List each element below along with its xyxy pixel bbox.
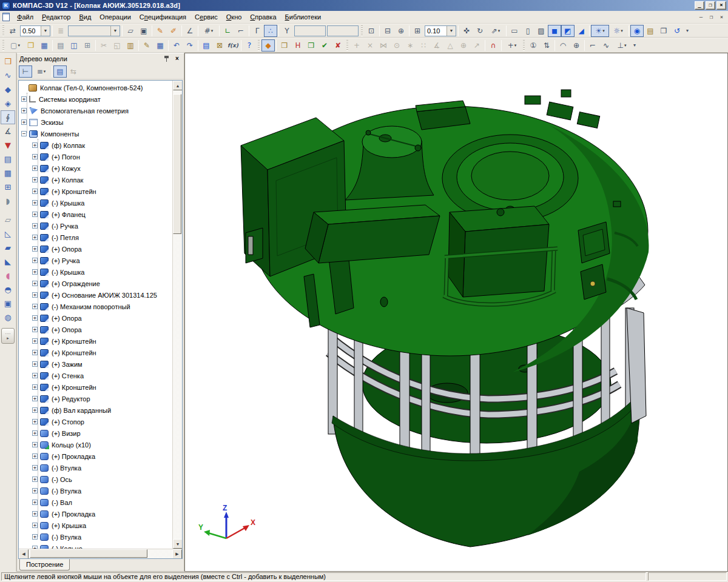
expand-toggle[interactable]: + xyxy=(32,154,38,159)
tree-composition-view-button[interactable]: ≡▾ xyxy=(32,65,50,78)
3d-model[interactable] xyxy=(241,90,649,547)
coords-xy-button[interactable]: Y xyxy=(280,25,294,37)
layer-value-dropdown-icon[interactable]: ▼ xyxy=(110,26,120,36)
tree-item[interactable]: +Эскизы xyxy=(19,116,172,128)
tree-item[interactable]: +(-) Втулка xyxy=(19,485,172,497)
scroll-down-icon[interactable]: ▼ xyxy=(173,539,182,549)
expand-toggle[interactable]: + xyxy=(32,453,38,459)
new-document-button[interactable]: ▢▾ xyxy=(6,39,24,52)
expand-toggle[interactable]: + xyxy=(32,166,38,171)
scroll-left-icon[interactable]: ◀ xyxy=(19,549,29,559)
compact-panel-handle[interactable]: ···· ▸ xyxy=(1,328,15,344)
tree-item[interactable]: +(+) Ограждение xyxy=(19,278,172,289)
expand-toggle[interactable]: + xyxy=(32,327,38,332)
tree-item[interactable]: +(+) Стенка xyxy=(19,370,172,381)
expand-toggle[interactable]: + xyxy=(32,177,38,182)
magnet-snap-button[interactable]: ∩ xyxy=(487,39,500,52)
probe-point-button[interactable]: ✐ xyxy=(167,25,180,37)
datum-symbol-button[interactable]: ⊥▾ xyxy=(613,39,631,52)
cone-operation-button[interactable]: ◣ xyxy=(1,255,15,269)
expand-toggle[interactable]: + xyxy=(32,269,38,275)
snap-angle-button[interactable]: ∡ xyxy=(430,39,443,52)
menu-item-2[interactable]: Редактор xyxy=(38,12,75,22)
display-hidden-removed-button[interactable]: ▯ xyxy=(521,25,534,37)
display-perspective-button[interactable]: ◢ xyxy=(575,25,588,37)
viewport-canvas[interactable]: Z X Y xyxy=(185,53,726,571)
grid-dropdown-icon[interactable]: ▾ xyxy=(211,28,214,33)
toolbar-handle[interactable] xyxy=(346,40,348,51)
arrays-button[interactable]: ◈ xyxy=(1,96,15,110)
surfaces-button[interactable]: ◆ xyxy=(1,82,15,96)
tree-structure-view-button[interactable]: ⊢ xyxy=(19,65,32,78)
tree-item[interactable]: +(+) Крышка xyxy=(19,520,172,531)
undo-button[interactable]: ↶ xyxy=(170,39,183,52)
tree-item[interactable]: +(+) Кронштейн xyxy=(19,381,172,393)
expand-toggle[interactable]: + xyxy=(32,292,38,298)
tree-item[interactable]: +(-) Механизм поворотный xyxy=(19,301,172,312)
dimension-auto-button[interactable]: ① xyxy=(527,39,540,52)
tree-item[interactable]: Колпак (Тел-0, Компонентов-524) xyxy=(19,82,172,93)
paste-button[interactable]: ▥ xyxy=(124,39,137,52)
tree-item[interactable]: +Кольцо (x10) xyxy=(19,439,172,450)
horizontal-scroll-thumb[interactable] xyxy=(30,549,147,558)
dimension-linear-button[interactable]: ⇅ xyxy=(540,39,553,52)
tree-item[interactable]: +(ф) Колпак xyxy=(19,139,172,151)
tree-item[interactable]: +(-) Втулка xyxy=(19,531,172,543)
toolbar-handle[interactable] xyxy=(2,40,4,51)
hide-aux-objects-button[interactable]: ☀▾ xyxy=(591,25,609,37)
confirm-operation-button[interactable]: ✔ xyxy=(318,39,331,52)
local-csys-button[interactable]: ∟ xyxy=(221,25,234,37)
menu-item-9[interactable]: Библиотеки xyxy=(281,12,326,22)
layers-button[interactable]: ≣ xyxy=(54,25,67,37)
snap-midpoint-button[interactable]: × xyxy=(363,39,377,52)
offset-plane-button[interactable]: ▰ xyxy=(1,241,15,255)
body-operations-button[interactable]: ◗ xyxy=(1,194,15,208)
expand-toggle[interactable]: + xyxy=(32,315,38,321)
toolbar-handle[interactable] xyxy=(2,25,4,36)
context-help-button[interactable]: ? xyxy=(243,39,256,52)
tree-item[interactable]: −Компоненты xyxy=(19,128,172,139)
trace-curve-button[interactable]: ✎ xyxy=(153,25,167,37)
expand-toggle[interactable]: + xyxy=(32,465,38,470)
scroll-right-icon[interactable]: ▶ xyxy=(172,549,182,559)
marker-mode-button[interactable]: ◆ xyxy=(261,39,275,52)
spatial-curves-button[interactable]: ∿ xyxy=(1,69,15,82)
view-toolbar-overflow-button[interactable]: ▾ xyxy=(684,25,691,37)
menu-item-7[interactable]: Окно xyxy=(222,12,246,22)
tree-item[interactable]: +(-) Петля xyxy=(19,232,172,243)
expand-toggle[interactable]: + xyxy=(32,442,38,447)
menu-item-6[interactable]: Сервис xyxy=(190,12,222,22)
expand-toggle[interactable]: + xyxy=(21,119,27,125)
display-hidden-thin-button[interactable]: ▨ xyxy=(534,25,548,37)
library-save-button[interactable]: ❒ xyxy=(305,39,318,52)
expand-toggle[interactable]: + xyxy=(32,223,38,229)
cut-button[interactable]: ✂ xyxy=(97,39,110,52)
tree-item[interactable]: +(+) Редуктор xyxy=(19,393,172,404)
specification-view-button[interactable]: ▤ xyxy=(644,25,657,37)
copy-button[interactable]: ◱ xyxy=(110,39,124,52)
reports-button[interactable]: ▦ xyxy=(1,166,15,180)
simplified-display-button[interactable]: ◉ xyxy=(630,25,644,37)
tree-item[interactable]: +(+) Кронштейн xyxy=(19,347,172,358)
expand-toggle[interactable]: + xyxy=(32,246,38,252)
close-panel-button[interactable]: × xyxy=(173,55,181,63)
tree-item[interactable]: +(-) Крышка xyxy=(19,197,172,209)
tree-item[interactable]: +(+) Опора xyxy=(19,243,172,255)
menu-item-4[interactable]: Операции xyxy=(95,12,135,22)
dimension-radial-button[interactable]: ◠ xyxy=(556,39,570,52)
scroll-up-icon[interactable]: ▲ xyxy=(173,81,182,90)
snap-nearest-button[interactable]: + xyxy=(350,39,363,52)
section-surface-button[interactable]: ◺ xyxy=(1,227,15,241)
standard-toolbar-overflow-button[interactable]: ▾ xyxy=(631,39,638,52)
tree-item[interactable]: +Системы координат xyxy=(19,93,172,105)
expand-toggle[interactable]: + xyxy=(32,534,38,540)
roughness-button[interactable]: ∿ xyxy=(599,39,613,52)
tree-item[interactable]: +(+) Ручка xyxy=(19,255,172,266)
expand-toggle[interactable]: + xyxy=(32,523,38,528)
point-input-dropdown-icon[interactable]: ▾ xyxy=(514,43,517,48)
toolbar-handle[interactable] xyxy=(523,40,525,51)
tree-item[interactable]: +(+) Визир xyxy=(19,427,172,439)
expand-toggle[interactable]: + xyxy=(32,477,38,482)
hide-components-dropdown-icon[interactable]: ▾ xyxy=(621,28,623,33)
menu-item-1[interactable]: Файл xyxy=(13,12,38,22)
